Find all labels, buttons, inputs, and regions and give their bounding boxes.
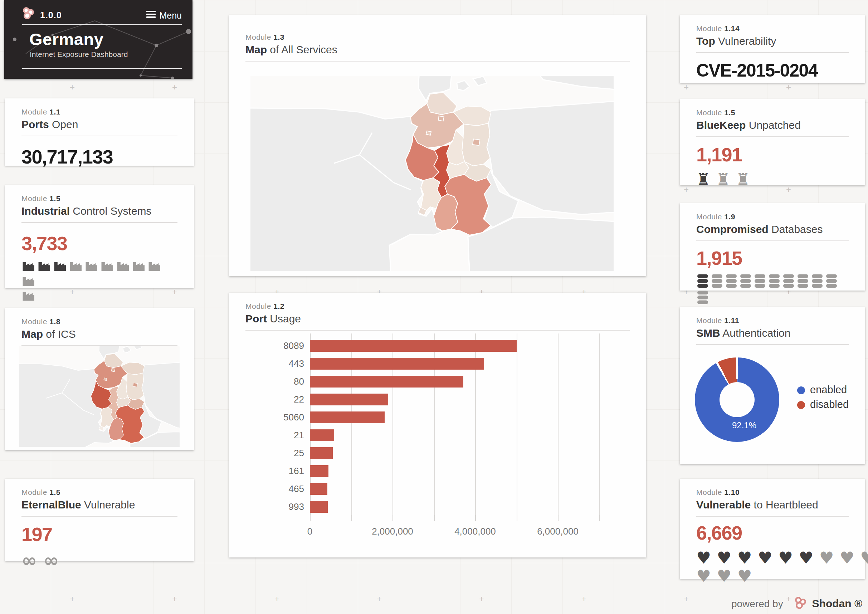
card-map-of-all-services: Module 1.3 Map of All Services bbox=[229, 15, 646, 276]
footer: powered by Shodan ® bbox=[731, 596, 862, 610]
bar-port-21 bbox=[310, 429, 334, 441]
card-port-usage: Module 1.2 Port Usage 808944380225060212… bbox=[229, 293, 646, 557]
module-label: Module 1.9 bbox=[696, 212, 849, 221]
module-label: Module 1.1 bbox=[22, 108, 177, 116]
card-divider bbox=[696, 240, 849, 241]
shodan-brand-text[interactable]: Shodan ® bbox=[812, 597, 862, 609]
card-title: Compromised Databases bbox=[696, 223, 849, 236]
module-label: Module 1.2 bbox=[245, 302, 630, 310]
grid-plus-decor: + bbox=[684, 594, 689, 604]
grid-plus-decor: + bbox=[274, 594, 279, 604]
header-card: 1.0.0 Menu Germany Internet Exposure Das… bbox=[4, 0, 192, 79]
card-title: Port Usage bbox=[245, 313, 630, 325]
state-HB bbox=[104, 378, 107, 380]
app-version: 1.0.0 bbox=[40, 10, 62, 20]
bluekeep-value: 1,191 bbox=[696, 144, 849, 166]
card-divider bbox=[696, 52, 849, 53]
database-icon-row bbox=[696, 274, 849, 307]
card-divider bbox=[696, 344, 849, 345]
powered-by-text: powered by bbox=[731, 598, 783, 609]
country-title: Germany bbox=[29, 29, 104, 49]
port-usage-chart: 02,000,0004,000,0006,000,000 bbox=[310, 336, 640, 515]
bar-port-25 bbox=[310, 447, 333, 459]
heartbleed-value: 6,669 bbox=[696, 522, 849, 544]
legend-dot-enabled bbox=[797, 386, 805, 394]
bar-port-993 bbox=[310, 501, 328, 513]
dashboard-canvas: 1.0.0 Menu Germany Internet Exposure Das… bbox=[0, 0, 868, 614]
card-title: Ports Open bbox=[22, 118, 177, 130]
legend-dot-disabled bbox=[797, 401, 805, 409]
factory-icon-row bbox=[22, 259, 177, 304]
bar-port-8089 bbox=[310, 340, 517, 352]
bar-port-161 bbox=[310, 465, 329, 477]
top-vulnerability-value: CVE-2015-0204 bbox=[696, 60, 849, 81]
card-title: Vulnerable to Heartbleed bbox=[696, 499, 849, 511]
ports-open-value: 30,717,133 bbox=[22, 146, 177, 168]
bar-port-80 bbox=[310, 376, 463, 388]
services-map bbox=[250, 76, 614, 271]
grid-plus-decor: + bbox=[684, 82, 689, 92]
databases-value: 1,915 bbox=[696, 247, 849, 269]
eternalblue-value: 197 bbox=[22, 523, 177, 545]
module-label: Module 1.11 bbox=[696, 316, 849, 325]
card-title: Industrial Control Systems bbox=[22, 205, 177, 217]
donut-hole bbox=[719, 382, 755, 417]
module-label: Module 1.10 bbox=[696, 488, 849, 497]
grid-plus-decor: + bbox=[479, 594, 484, 604]
grid-plus-decor: + bbox=[172, 82, 177, 92]
dashboard-subtitle: Internet Exposure Dashboard bbox=[30, 50, 128, 59]
shodan-logo-icon bbox=[793, 596, 808, 610]
state-HH bbox=[438, 116, 444, 121]
card-title: Map of All Services bbox=[245, 43, 630, 56]
card-divider bbox=[22, 516, 177, 517]
module-label: Module 1.5 bbox=[22, 194, 177, 203]
grid-plus-decor: + bbox=[172, 594, 177, 604]
card-title: EternalBlue Vulnerable bbox=[22, 499, 177, 511]
legend-label-enabled: enabled bbox=[810, 384, 847, 395]
bar-port-465 bbox=[310, 483, 327, 495]
rook-icon-row: ♜♜♜ bbox=[696, 171, 849, 188]
module-label: Module 1.3 bbox=[245, 33, 630, 42]
grid-plus-decor: + bbox=[70, 594, 75, 604]
card-eternalblue: Module 1.5 EternalBlue Vulnerable 197 ∞∞ bbox=[5, 479, 194, 561]
card-divider bbox=[22, 222, 177, 223]
smb-enabled-percentage: 92.1% bbox=[732, 420, 756, 431]
module-label: Module 1.14 bbox=[696, 24, 849, 33]
state-HH bbox=[112, 369, 115, 372]
card-title: Map of ICS bbox=[22, 328, 177, 340]
card-title: BlueKeep Unpatched bbox=[696, 119, 849, 131]
state-BE bbox=[473, 139, 480, 145]
card-compromised-databases: Module 1.9 Compromised Databases 1,915 bbox=[680, 203, 865, 290]
legend-disabled: disabled bbox=[797, 398, 849, 409]
state-BE bbox=[133, 383, 137, 387]
card-title: Top Vulnerability bbox=[696, 35, 849, 47]
card-smb-authentication: Module 1.11 SMB Authentication 92.1% ena… bbox=[680, 307, 865, 464]
bar-port-443 bbox=[310, 358, 484, 370]
card-top-vulnerability: Module 1.14 Top Vulnerability CVE-2015-0… bbox=[680, 15, 865, 83]
hamburger-icon bbox=[146, 9, 156, 19]
module-label: Module 1.8 bbox=[22, 317, 177, 326]
grid-plus-decor: + bbox=[684, 185, 689, 195]
port-usage-category-labels: 8089443802250602125161465993 bbox=[243, 340, 304, 519]
card-divider bbox=[245, 61, 630, 62]
module-label: Module 1.5 bbox=[696, 109, 849, 117]
bar-port-22 bbox=[310, 394, 388, 405]
heart-icon-row: ♥♥♥♥♥♥♥♥♥♥♥♥♥ bbox=[696, 549, 849, 585]
card-divider bbox=[245, 330, 630, 330]
card-heartbleed: Module 1.10 Vulnerable to Heartbleed 6,6… bbox=[680, 479, 865, 579]
menu-button[interactable]: Menu bbox=[146, 9, 182, 21]
card-industrial-control-systems: Module 1.5 Industrial Control Systems 3,… bbox=[5, 185, 194, 288]
menu-label: Menu bbox=[159, 10, 182, 20]
grid-plus-decor: + bbox=[377, 594, 382, 604]
grid-plus-decor: + bbox=[70, 82, 75, 92]
legend-enabled: enabled bbox=[797, 384, 847, 395]
state-HB bbox=[426, 131, 431, 135]
card-title: SMB Authentication bbox=[696, 327, 849, 339]
card-divider bbox=[696, 136, 849, 137]
header-divider-top bbox=[22, 24, 182, 25]
card-divider bbox=[696, 516, 849, 517]
ics-map bbox=[19, 346, 180, 447]
card-bluekeep: Module 1.5 BlueKeep Unpatched 1,191 ♜♜♜ bbox=[680, 99, 865, 185]
grid-plus-decor: + bbox=[786, 82, 791, 92]
module-label: Module 1.5 bbox=[22, 488, 177, 497]
